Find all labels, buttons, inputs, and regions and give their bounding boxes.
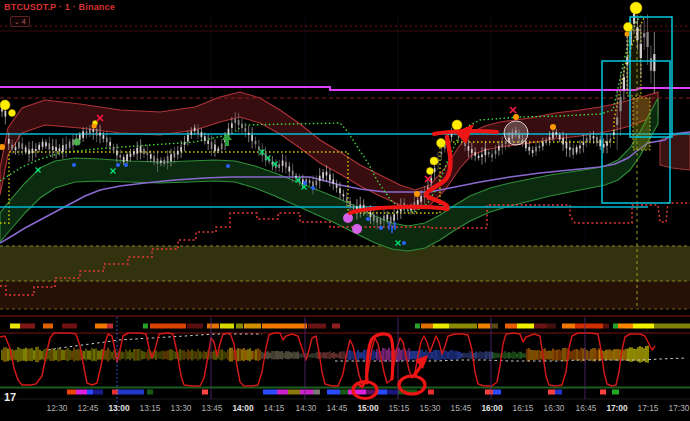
time-axis-label: 13:45 [202, 403, 223, 413]
time-axis-label: 16:45 [576, 403, 597, 413]
time-axis-label: 17:00 [606, 403, 627, 413]
time-axis-label: 13:00 [108, 403, 129, 413]
time-axis-label: 15:00 [357, 403, 378, 413]
time-axis-label: 16:00 [481, 403, 502, 413]
time-axis[interactable]: 12:3012:4513:0013:1513:3013:4514:0014:15… [0, 400, 690, 421]
time-axis-label: 14:30 [296, 403, 317, 413]
oscillator-top-heat-strip [10, 324, 690, 329]
indicator-clouds [0, 92, 690, 251]
white-highlight-circle[interactable] [504, 121, 528, 145]
chart-canvas[interactable] [0, 0, 690, 421]
time-axis-label: 15:15 [389, 403, 410, 413]
time-axis-label: 16:30 [544, 403, 565, 413]
time-axis-label: 14:45 [327, 403, 348, 413]
time-axis-label: 17:30 [669, 403, 690, 413]
time-axis-label: 15:30 [420, 403, 441, 413]
time-axis-label: 15:45 [451, 403, 472, 413]
time-axis-label: 13:15 [140, 403, 161, 413]
htf-zones [0, 246, 690, 309]
time-axis-label: 12:30 [47, 403, 68, 413]
time-axis-label: 17:15 [638, 403, 659, 413]
oscillator-tick-band [2, 346, 648, 363]
oscillator-bottom-heat-strip [67, 390, 619, 395]
time-axis-label: 14:15 [264, 403, 285, 413]
indicator-group-toggle[interactable]: ⌄ 4 [10, 16, 30, 27]
time-axis-label: 13:30 [171, 403, 192, 413]
tradingview-chart-window: BTCUSDT.P · 1 · Binance ⌄ 4 17 12:3012:4… [0, 0, 690, 421]
signal-green-up-arrow [222, 133, 232, 146]
signal-green-dot [74, 139, 81, 146]
time-axis-label: 14:00 [232, 403, 253, 413]
time-axis-label: 12:45 [78, 403, 99, 413]
time-axis-label: 16:15 [513, 403, 534, 413]
symbol-title: BTCUSDT.P · 1 · Binance [4, 2, 115, 12]
